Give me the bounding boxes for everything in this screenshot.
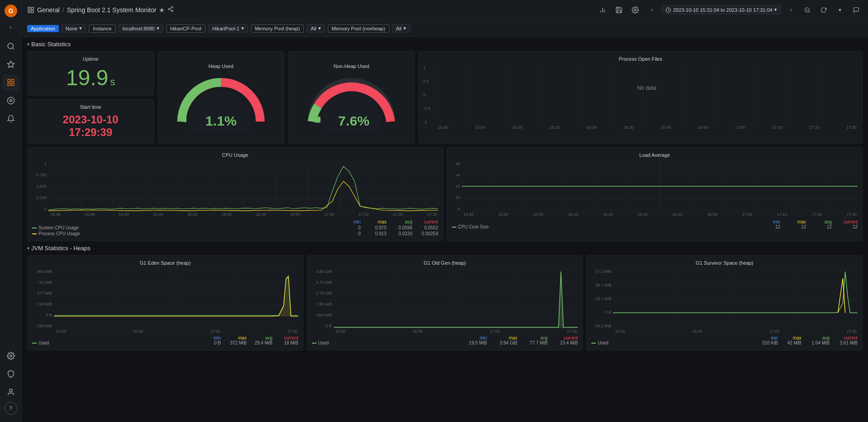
- svg-rect-5: [8, 79, 10, 82]
- process-cpu-legend-label: Process CPU Usage: [38, 231, 80, 236]
- g1-survivor-x-axis: 16:0016:3017:0017:30: [591, 329, 858, 334]
- application-filter-dropdown[interactable]: None ▾: [62, 24, 86, 33]
- memory-pool-heap-filter-label: Memory Pool (heap): [251, 24, 304, 33]
- sidebar-item-dashboards[interactable]: [3, 74, 19, 91]
- non-heap-used-panel: Non-Heap Used 7.6%: [288, 51, 415, 144]
- svg-rect-6: [11, 79, 14, 82]
- cpu-x-axis: 15:4015:5016:0016:1016:2016:3016:4016:50…: [32, 212, 438, 217]
- svg-text:7.6%: 7.6%: [338, 113, 369, 128]
- non-heap-used-title: Non-Heap Used: [334, 63, 369, 69]
- hikaricp-pool-filter-label: HikariCP-Pool: [166, 24, 206, 33]
- heap-gauge-svg: 1.1%: [171, 73, 271, 131]
- sidebar-item-shield[interactable]: [3, 366, 19, 382]
- load-average-title: Load Average: [452, 152, 858, 158]
- g1-eden-stats-row: Used 0 B 372 MiB 29.4 MiB 18 MiB: [32, 340, 298, 345]
- pof-no-data: No data: [436, 65, 858, 111]
- main-content: General / Spring Boot 2.1 System Monitor…: [22, 0, 868, 422]
- sidebar-item-profile[interactable]: [3, 384, 19, 400]
- process-open-files-panel: Process Open Files 1 0.5 0 -0.5 -1: [418, 51, 863, 144]
- breadcrumb-separator: /: [62, 6, 64, 14]
- jvm-stats-chevron[interactable]: ▾: [27, 246, 29, 251]
- basic-stats-chevron[interactable]: ▾: [27, 42, 29, 47]
- settings-icon-btn[interactable]: [629, 4, 642, 16]
- pof-y-m1: -1: [423, 120, 434, 124]
- refresh-btn[interactable]: [817, 4, 830, 16]
- hikaricp-pool-dropdown-icon: ▾: [241, 25, 244, 31]
- sidebar-item-starred[interactable]: [3, 56, 19, 73]
- instance-dropdown-icon: ▾: [157, 25, 159, 31]
- start-time-title: Start time: [32, 104, 149, 110]
- g1-old-gen-x-axis: 16:0016:3017:0017:30: [312, 329, 578, 334]
- zoom-out-btn[interactable]: [801, 4, 814, 16]
- cpu-process-stats-row: Process CPU Usage 0 0.913 0.0220 0.00259: [32, 231, 438, 236]
- svg-point-9: [7, 97, 14, 104]
- app-logo[interactable]: G: [4, 4, 18, 18]
- sidebar: G ›: [0, 0, 22, 422]
- svg-point-12: [10, 389, 12, 392]
- memory-pool-heap-filter-dropdown[interactable]: All ▾: [307, 24, 325, 33]
- svg-rect-33: [315, 117, 321, 123]
- instance-filter-value: localhost:8080: [123, 26, 155, 31]
- g1-eden-x-axis: 16:0016:3017:0017:30: [32, 329, 298, 334]
- topbar-title: General / Spring Boot 2.1 System Monitor…: [27, 6, 593, 14]
- sidebar-item-explore[interactable]: [3, 92, 19, 109]
- svg-point-25: [634, 9, 636, 11]
- svg-rect-16: [31, 10, 34, 13]
- g1-eden-chart-svg: [54, 269, 298, 328]
- comment-btn[interactable]: [850, 4, 863, 16]
- heap-used-panel: Heap Used 1.1%: [158, 51, 284, 144]
- cpu-usage-panel: CPU Usage 10.7500.5000.2500: [27, 147, 443, 241]
- sidebar-item-search[interactable]: [3, 38, 19, 54]
- topbar: General / Spring Boot 2.1 System Monitor…: [22, 0, 868, 20]
- sidebar-collapse-btn[interactable]: ›: [5, 22, 16, 33]
- cpu-chart-svg: [48, 161, 438, 211]
- uptime-panel: Uptime 19.9 s: [27, 51, 154, 96]
- svg-text:1.1%: 1.1%: [205, 113, 236, 128]
- memory-pool-nonheap-filter-dropdown[interactable]: All ▾: [392, 24, 410, 33]
- cpu-usage-title: CPU Usage: [32, 152, 438, 158]
- application-filter-value: None: [66, 26, 77, 31]
- cpu-stats-header: min max avg current: [32, 219, 438, 224]
- application-filter-label[interactable]: Application: [27, 25, 59, 32]
- g1-eden-title: G1 Eden Space (heap): [32, 260, 298, 266]
- memory-pool-nonheap-filter-value: All: [396, 26, 402, 31]
- svg-point-19: [172, 10, 173, 12]
- basic-stats-section-header: ▾ Basic Statistics: [27, 41, 863, 48]
- svg-line-21: [170, 8, 172, 9]
- svg-rect-7: [8, 83, 10, 86]
- sidebar-item-help[interactable]: ?: [5, 402, 17, 415]
- svg-rect-14: [31, 7, 34, 10]
- memory-pool-heap-dropdown-icon: ▾: [318, 25, 321, 31]
- cpu-core-legend-label: CPU Core Size: [458, 224, 489, 229]
- share-icon[interactable]: [168, 6, 174, 14]
- star-icon[interactable]: ★: [159, 6, 165, 14]
- prev-time-btn[interactable]: ‹: [645, 4, 658, 16]
- chart-icon-btn[interactable]: [596, 4, 609, 16]
- start-time-date: 2023-10-10: [32, 113, 149, 126]
- pof-y-1: 1: [423, 65, 434, 70]
- dropdown-refresh-btn[interactable]: ▾: [834, 4, 846, 16]
- process-open-files-title: Process Open Files: [423, 56, 858, 62]
- save-icon-btn[interactable]: [613, 4, 625, 16]
- breadcrumb-general: General: [37, 6, 60, 14]
- pof-x-axis: 15:4015:5016:0016:1016:2016:3016:4016:50…: [423, 125, 858, 130]
- svg-point-11: [10, 355, 12, 357]
- memory-pool-nonheap-filter-label: Memory Pool (nonheap): [328, 24, 389, 33]
- time-range-dropdown-icon: ▾: [774, 7, 777, 13]
- load-average-panel: Load Average 161412108: [447, 147, 863, 241]
- time-range-text: 2023-10-10 15:31:04 to 2023-10-10 17:31:…: [673, 7, 772, 13]
- page-title: Spring Boot 2.1 System Monitor: [67, 6, 157, 14]
- instance-filter-dropdown[interactable]: localhost:8080 ▾: [119, 24, 163, 33]
- cpu-system-stats-row: System CPU Usage 0 0.975 0.0596 0.0552: [32, 225, 438, 230]
- svg-rect-13: [28, 7, 30, 10]
- next-time-btn[interactable]: ›: [785, 4, 797, 16]
- g1-survivor-stats-row: Used 310 KiB 42 MiB 1.04 MiB 3.61 MiB: [591, 340, 858, 345]
- load-chart-svg: [462, 161, 858, 211]
- g1-survivor-chart-svg: [613, 269, 858, 328]
- time-range-picker[interactable]: 2023-10-10 15:31:04 to 2023-10-10 17:31:…: [662, 5, 781, 15]
- system-cpu-legend-label: System CPU Usage: [38, 225, 79, 230]
- hikaricp-pool-filter-dropdown[interactable]: HikariPool-1 ▾: [208, 24, 248, 33]
- svg-line-20: [170, 10, 172, 10]
- sidebar-item-alerts[interactable]: [3, 111, 19, 127]
- sidebar-item-settings[interactable]: [3, 348, 19, 364]
